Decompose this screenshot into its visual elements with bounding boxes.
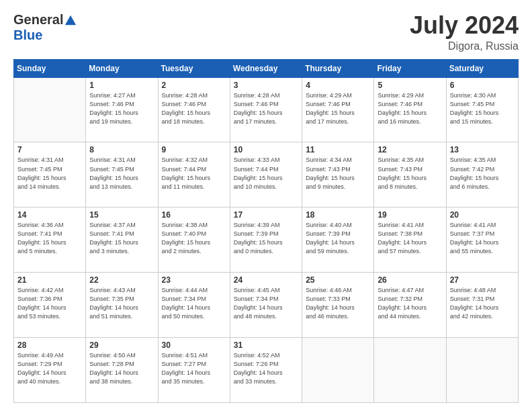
day-info: Sunrise: 4:32 AM Sunset: 7:44 PM Dayligh…: [162, 156, 226, 191]
day-number: 21: [17, 275, 82, 285]
title-location: Digora, Russia: [410, 40, 519, 52]
calendar-cell: [374, 338, 446, 403]
day-info: Sunrise: 4:42 AM Sunset: 7:36 PM Dayligh…: [17, 286, 82, 321]
day-number: 27: [450, 275, 515, 285]
calendar-cell: 23Sunrise: 4:44 AM Sunset: 7:34 PM Dayli…: [158, 273, 230, 338]
day-info: Sunrise: 4:36 AM Sunset: 7:41 PM Dayligh…: [17, 221, 82, 256]
day-info: Sunrise: 4:51 AM Sunset: 7:27 PM Dayligh…: [162, 351, 226, 386]
day-info: Sunrise: 4:43 AM Sunset: 7:35 PM Dayligh…: [89, 286, 154, 321]
day-number: 9: [162, 145, 226, 154]
calendar-cell: [302, 338, 374, 403]
calendar-header-sunday: Sunday: [14, 59, 86, 77]
calendar-cell: 26Sunrise: 4:47 AM Sunset: 7:32 PM Dayli…: [374, 273, 446, 338]
calendar-cell: 15Sunrise: 4:37 AM Sunset: 7:41 PM Dayli…: [86, 208, 158, 273]
calendar-header-wednesday: Wednesday: [230, 59, 302, 77]
calendar-week-row: 28Sunrise: 4:49 AM Sunset: 7:29 PM Dayli…: [14, 338, 519, 403]
calendar-header-tuesday: Tuesday: [158, 59, 230, 77]
calendar-cell: 7Sunrise: 4:31 AM Sunset: 7:45 PM Daylig…: [14, 142, 86, 208]
day-number: 24: [234, 275, 298, 285]
day-info: Sunrise: 4:28 AM Sunset: 7:46 PM Dayligh…: [162, 91, 226, 126]
day-info: Sunrise: 4:38 AM Sunset: 7:40 PM Dayligh…: [162, 221, 226, 256]
day-info: Sunrise: 4:35 AM Sunset: 7:43 PM Dayligh…: [378, 156, 442, 191]
logo: General Blue: [13, 12, 77, 43]
calendar-cell: [14, 77, 86, 142]
day-info: Sunrise: 4:50 AM Sunset: 7:28 PM Dayligh…: [89, 351, 154, 386]
day-number: 17: [234, 210, 298, 220]
day-number: 30: [162, 340, 226, 350]
day-number: 7: [17, 145, 82, 154]
calendar-cell: 22Sunrise: 4:43 AM Sunset: 7:35 PM Dayli…: [86, 273, 158, 338]
calendar-cell: 2Sunrise: 4:28 AM Sunset: 7:46 PM Daylig…: [158, 77, 230, 142]
day-number: 12: [378, 145, 442, 154]
day-number: 31: [234, 340, 298, 350]
calendar-cell: 29Sunrise: 4:50 AM Sunset: 7:28 PM Dayli…: [86, 338, 158, 403]
calendar-header-row: SundayMondayTuesdayWednesdayThursdayFrid…: [14, 59, 519, 77]
calendar-week-row: 21Sunrise: 4:42 AM Sunset: 7:36 PM Dayli…: [14, 273, 519, 338]
day-number: 1: [89, 81, 154, 90]
day-info: Sunrise: 4:41 AM Sunset: 7:37 PM Dayligh…: [450, 221, 515, 256]
calendar-cell: 1Sunrise: 4:27 AM Sunset: 7:46 PM Daylig…: [86, 77, 158, 142]
svg-marker-0: [65, 15, 76, 24]
day-info: Sunrise: 4:41 AM Sunset: 7:38 PM Dayligh…: [378, 221, 442, 256]
day-info: Sunrise: 4:29 AM Sunset: 7:46 PM Dayligh…: [378, 91, 442, 126]
day-number: 3: [234, 81, 298, 90]
logo-icon: [64, 14, 77, 26]
logo-blue: Blue: [13, 28, 42, 43]
calendar-cell: 5Sunrise: 4:29 AM Sunset: 7:46 PM Daylig…: [374, 77, 446, 142]
day-number: 23: [162, 275, 226, 285]
calendar-cell: 4Sunrise: 4:29 AM Sunset: 7:46 PM Daylig…: [302, 77, 374, 142]
day-number: 13: [450, 145, 515, 154]
day-number: 6: [450, 81, 515, 90]
calendar-cell: 24Sunrise: 4:45 AM Sunset: 7:34 PM Dayli…: [230, 273, 302, 338]
day-number: 14: [17, 210, 82, 220]
day-number: 25: [306, 275, 370, 285]
calendar-cell: 9Sunrise: 4:32 AM Sunset: 7:44 PM Daylig…: [158, 142, 230, 208]
calendar-cell: 21Sunrise: 4:42 AM Sunset: 7:36 PM Dayli…: [14, 273, 86, 338]
day-number: 16: [162, 210, 226, 220]
day-info: Sunrise: 4:37 AM Sunset: 7:41 PM Dayligh…: [89, 221, 154, 256]
calendar-cell: 16Sunrise: 4:38 AM Sunset: 7:40 PM Dayli…: [158, 208, 230, 273]
day-info: Sunrise: 4:30 AM Sunset: 7:45 PM Dayligh…: [450, 91, 515, 126]
header: General Blue July 2024 Digora, Russia: [13, 12, 519, 52]
day-number: 10: [234, 145, 298, 154]
calendar-cell: 25Sunrise: 4:46 AM Sunset: 7:33 PM Dayli…: [302, 273, 374, 338]
day-number: 29: [89, 340, 154, 350]
logo-general: General: [13, 12, 63, 28]
page: General Blue July 2024 Digora, Russia Su…: [0, 0, 532, 411]
day-number: 19: [378, 210, 442, 220]
calendar-header-friday: Friday: [374, 59, 446, 77]
day-info: Sunrise: 4:40 AM Sunset: 7:39 PM Dayligh…: [306, 221, 370, 256]
day-info: Sunrise: 4:46 AM Sunset: 7:33 PM Dayligh…: [306, 286, 370, 321]
day-number: 15: [89, 210, 154, 220]
day-number: 2: [162, 81, 226, 90]
calendar-cell: 8Sunrise: 4:31 AM Sunset: 7:45 PM Daylig…: [86, 142, 158, 208]
calendar-cell: 18Sunrise: 4:40 AM Sunset: 7:39 PM Dayli…: [302, 208, 374, 273]
day-number: 5: [378, 81, 442, 90]
calendar-cell: 14Sunrise: 4:36 AM Sunset: 7:41 PM Dayli…: [14, 208, 86, 273]
calendar-cell: 19Sunrise: 4:41 AM Sunset: 7:38 PM Dayli…: [374, 208, 446, 273]
day-info: Sunrise: 4:29 AM Sunset: 7:46 PM Dayligh…: [306, 91, 370, 126]
calendar-week-row: 14Sunrise: 4:36 AM Sunset: 7:41 PM Dayli…: [14, 208, 519, 273]
title-month: July 2024: [410, 12, 519, 39]
day-info: Sunrise: 4:49 AM Sunset: 7:29 PM Dayligh…: [17, 351, 82, 386]
calendar-week-row: 7Sunrise: 4:31 AM Sunset: 7:45 PM Daylig…: [14, 142, 519, 208]
day-info: Sunrise: 4:34 AM Sunset: 7:43 PM Dayligh…: [306, 156, 370, 191]
day-number: 8: [89, 145, 154, 154]
calendar-week-row: 1Sunrise: 4:27 AM Sunset: 7:46 PM Daylig…: [14, 77, 519, 142]
calendar-header-thursday: Thursday: [302, 59, 374, 77]
calendar-cell: 17Sunrise: 4:39 AM Sunset: 7:39 PM Dayli…: [230, 208, 302, 273]
title-block: July 2024 Digora, Russia: [410, 12, 519, 52]
calendar-cell: 27Sunrise: 4:48 AM Sunset: 7:31 PM Dayli…: [446, 273, 518, 338]
day-number: 20: [450, 210, 515, 220]
calendar-cell: 31Sunrise: 4:52 AM Sunset: 7:26 PM Dayli…: [230, 338, 302, 403]
calendar-cell: 12Sunrise: 4:35 AM Sunset: 7:43 PM Dayli…: [374, 142, 446, 208]
calendar-cell: 10Sunrise: 4:33 AM Sunset: 7:44 PM Dayli…: [230, 142, 302, 208]
calendar-header-saturday: Saturday: [446, 59, 518, 77]
day-info: Sunrise: 4:45 AM Sunset: 7:34 PM Dayligh…: [234, 286, 298, 321]
day-info: Sunrise: 4:52 AM Sunset: 7:26 PM Dayligh…: [234, 351, 298, 386]
day-info: Sunrise: 4:44 AM Sunset: 7:34 PM Dayligh…: [162, 286, 226, 321]
calendar-cell: 13Sunrise: 4:35 AM Sunset: 7:42 PM Dayli…: [446, 142, 518, 208]
calendar-cell: 6Sunrise: 4:30 AM Sunset: 7:45 PM Daylig…: [446, 77, 518, 142]
calendar-cell: 20Sunrise: 4:41 AM Sunset: 7:37 PM Dayli…: [446, 208, 518, 273]
calendar-table: SundayMondayTuesdayWednesdayThursdayFrid…: [13, 59, 519, 403]
